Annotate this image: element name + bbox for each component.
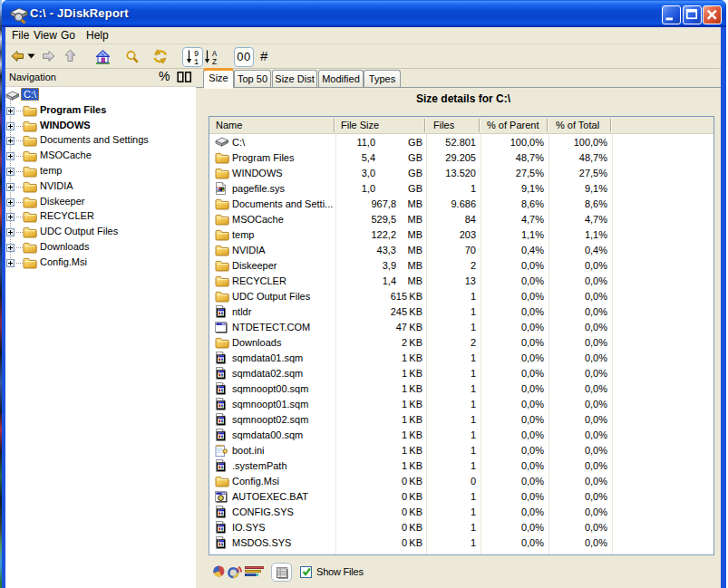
- svg-text:1: 1: [194, 58, 199, 66]
- svg-text:Z: Z: [212, 58, 217, 66]
